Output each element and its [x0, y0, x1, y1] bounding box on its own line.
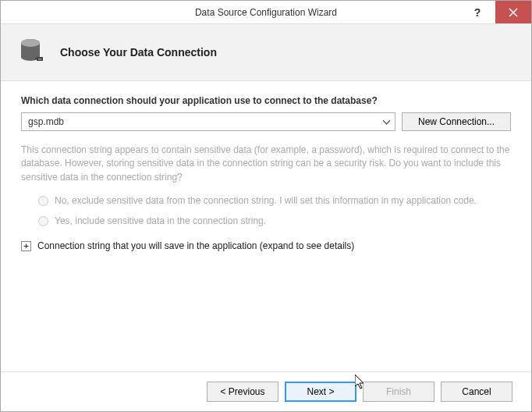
cancel-button[interactable]: Cancel [441, 382, 512, 402]
titlebar-controls: ? [459, 1, 531, 23]
wizard-window: Data Source Configuration Wizard ? Choos… [0, 0, 532, 412]
new-connection-button[interactable]: New Connection... [402, 112, 511, 131]
connection-string-expander: + Connection string that you will save i… [21, 240, 511, 251]
connection-dropdown[interactable]: gsp.mdb [21, 112, 395, 131]
window-title: Data Source Configuration Wizard [1, 7, 531, 18]
sensitive-data-warning: This connection string appears to contai… [21, 144, 511, 184]
connection-selected-value: gsp.mdb [28, 116, 64, 127]
help-button[interactable]: ? [459, 1, 495, 23]
radio-include-label: Yes, include sensitive data in the conne… [55, 215, 266, 226]
finish-button: Finish [363, 382, 434, 402]
sensitive-radio-group: No, exclude sensitive data from the conn… [38, 195, 511, 226]
chevron-down-icon [383, 118, 390, 126]
previous-button[interactable]: < Previous [207, 382, 278, 402]
close-button[interactable] [495, 1, 531, 23]
radio-icon [38, 196, 48, 206]
radio-exclude-sensitive: No, exclude sensitive data from the conn… [38, 195, 511, 206]
page-title: Choose Your Data Connection [60, 46, 217, 59]
expand-button[interactable]: + [21, 241, 31, 251]
svg-rect-3 [38, 59, 41, 60]
titlebar: Data Source Configuration Wizard ? [1, 1, 531, 24]
question-label: Which data connection should your applic… [21, 95, 511, 106]
connection-row: gsp.mdb New Connection... [21, 112, 511, 131]
next-button[interactable]: Next > [285, 382, 356, 402]
radio-exclude-label: No, exclude sensitive data from the conn… [55, 195, 477, 206]
radio-icon [38, 216, 48, 226]
database-icon [20, 38, 46, 66]
footer-buttons: < Previous Next > Finish Cancel [1, 371, 531, 411]
radio-include-sensitive: Yes, include sensitive data in the conne… [38, 215, 511, 226]
svg-point-1 [21, 39, 40, 47]
expander-label: Connection string that you will save in … [37, 240, 354, 251]
content-area: Which data connection should your applic… [1, 81, 531, 371]
header-panel: Choose Your Data Connection [1, 24, 531, 81]
